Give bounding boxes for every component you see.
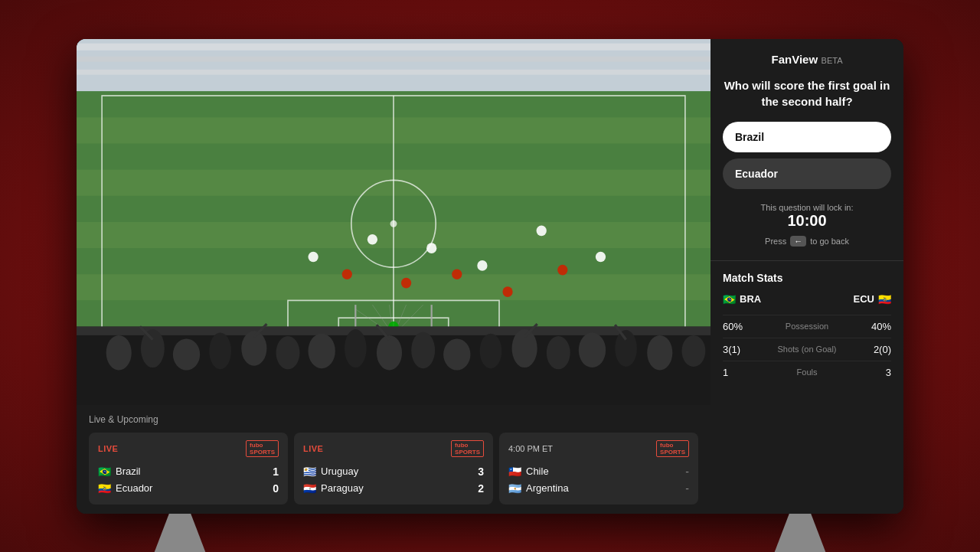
tv-frame: Live & Upcoming LIVE fuboSPORTS 🇧🇷 Brazi… (77, 39, 903, 514)
game-card-2-header: LIVE fuboSPORTS (303, 440, 484, 457)
shots-label: Shots (on Goal) (761, 345, 853, 354)
fanview-header: FanView BETA (723, 53, 891, 67)
video-area (77, 39, 710, 405)
possession-left: 60% (723, 321, 761, 332)
field-svg (77, 39, 710, 405)
fanview-title: FanView (772, 53, 818, 66)
svg-point-53 (411, 332, 435, 368)
paraguay-flag: 🇵🇾 (303, 482, 316, 495)
stat-row-possession: 60% Possession 40% (723, 315, 891, 338)
fanview-section: FanView BETA Who will score the first go… (710, 39, 903, 260)
svg-point-47 (209, 332, 231, 369)
brazil-flag: 🇧🇷 (98, 465, 111, 478)
team-info-argentina: 🇦🇷 Argentina (508, 482, 569, 495)
svg-point-61 (681, 335, 705, 366)
team-info-chile: 🇨🇱 Chile (508, 465, 549, 478)
shots-left: 3(1) (723, 344, 761, 355)
svg-point-31 (426, 243, 436, 253)
game-card-3-header: 4:00 PM ET fuboSPORTS (508, 440, 689, 457)
lock-info: This question will lock in: 10:00 (723, 203, 891, 230)
team-info-brazil: 🇧🇷 Brazil (98, 465, 141, 478)
stats-title: Match Stats (723, 272, 891, 284)
svg-rect-4 (77, 69, 710, 74)
back-arrow-icon: ← (790, 236, 806, 247)
team-info-ecuador: 🇪🇨 Ecuador (98, 482, 152, 495)
svg-point-46 (173, 338, 200, 370)
svg-rect-2 (77, 43, 710, 50)
back-hint-text: to go back (810, 237, 849, 246)
lock-time: 10:00 (787, 212, 826, 229)
team-row-paraguay: 🇵🇾 Paraguay 2 (303, 480, 484, 497)
games-row: LIVE fuboSPORTS 🇧🇷 Brazil 1 (89, 433, 698, 505)
svg-rect-42 (77, 326, 710, 335)
fanview-beta: BETA (822, 56, 843, 65)
team-row-ecuador: 🇪🇨 Ecuador 0 (98, 480, 279, 497)
fubo-logo-1: fuboSPORTS (246, 440, 279, 457)
svg-point-50 (308, 333, 335, 368)
team-row-chile: 🇨🇱 Chile - (508, 463, 689, 480)
brazil-name: Brazil (116, 465, 141, 477)
live-badge-1: LIVE (98, 444, 118, 453)
svg-point-30 (368, 234, 377, 244)
team-info-uruguay: 🇺🇾 Uruguay (303, 465, 358, 478)
answer-brazil-button[interactable]: Brazil (723, 122, 891, 152)
chile-flag: 🇨🇱 (508, 465, 521, 478)
svg-point-39 (557, 264, 567, 275)
bra-flag: 🇧🇷 (723, 293, 736, 305)
bra-code: BRA (740, 293, 761, 305)
argentina-name: Argentina (526, 482, 569, 494)
svg-point-49 (276, 336, 300, 369)
game-card-2[interactable]: LIVE fuboSPORTS 🇺🇾 Uruguay 3 (294, 433, 493, 505)
paraguay-name: Paraguay (321, 482, 364, 494)
paraguay-score: 2 (478, 482, 484, 495)
teams-header: 🇧🇷 BRA ECU 🇪🇨 (723, 293, 891, 305)
ecu-code: ECU (854, 293, 874, 305)
team-header-left: 🇧🇷 BRA (723, 293, 761, 305)
svg-point-51 (345, 328, 367, 367)
shots-right: 2(0) (853, 344, 891, 355)
svg-point-56 (512, 328, 537, 367)
back-hint: Press ← to go back (723, 236, 891, 247)
answer-ecuador-button[interactable]: Ecuador (723, 158, 891, 189)
team-row-argentina: 🇦🇷 Argentina - (508, 480, 689, 497)
tv-content: Live & Upcoming LIVE fuboSPORTS 🇧🇷 Brazi… (77, 39, 903, 514)
fouls-label: Fouls (761, 367, 853, 377)
chile-name: Chile (526, 465, 549, 477)
svg-point-59 (615, 330, 637, 367)
back-hint-press: Press (765, 237, 786, 246)
brazil-score: 1 (273, 465, 279, 478)
fubo-logo-3: fuboSPORTS (656, 440, 689, 457)
svg-point-44 (106, 335, 132, 370)
svg-point-52 (377, 335, 402, 370)
live-badge-2: LIVE (303, 444, 323, 453)
uruguay-score: 3 (478, 465, 484, 478)
fanview-question: Who will score the first goal in the sec… (723, 77, 891, 109)
fouls-left: 1 (723, 367, 761, 378)
svg-point-58 (579, 332, 606, 367)
svg-point-34 (596, 251, 606, 262)
svg-point-38 (502, 286, 512, 297)
ecuador-flag: 🇪🇨 (98, 482, 111, 495)
svg-rect-3 (77, 56, 710, 61)
svg-point-37 (452, 269, 462, 279)
game-card-1-header: LIVE fuboSPORTS (98, 440, 279, 457)
tv-stand-left (153, 514, 207, 553)
svg-point-32 (477, 260, 487, 271)
game-card-1[interactable]: LIVE fuboSPORTS 🇧🇷 Brazil 1 (89, 433, 288, 505)
fubo-logo-2: fuboSPORTS (451, 440, 484, 457)
team-header-right: ECU 🇪🇨 (854, 293, 891, 305)
scoreboard: Live & Upcoming LIVE fuboSPORTS 🇧🇷 Brazi… (77, 405, 710, 514)
tv-stand-right (773, 514, 827, 553)
chile-score: - (685, 465, 689, 478)
ecu-flag: 🇪🇨 (878, 293, 891, 305)
left-panel: Live & Upcoming LIVE fuboSPORTS 🇧🇷 Brazi… (77, 39, 710, 514)
svg-point-55 (480, 333, 502, 368)
stat-row-shots: 3(1) Shots (on Goal) 2(0) (723, 338, 891, 361)
svg-point-54 (443, 338, 470, 370)
possession-right: 40% (853, 321, 891, 332)
team-row-brazil: 🇧🇷 Brazil 1 (98, 463, 279, 480)
possession-label: Possession (761, 322, 853, 331)
game-card-3[interactable]: 4:00 PM ET fuboSPORTS 🇨🇱 Chile - (499, 433, 698, 505)
svg-point-29 (308, 251, 318, 262)
team-row-uruguay: 🇺🇾 Uruguay 3 (303, 463, 484, 480)
